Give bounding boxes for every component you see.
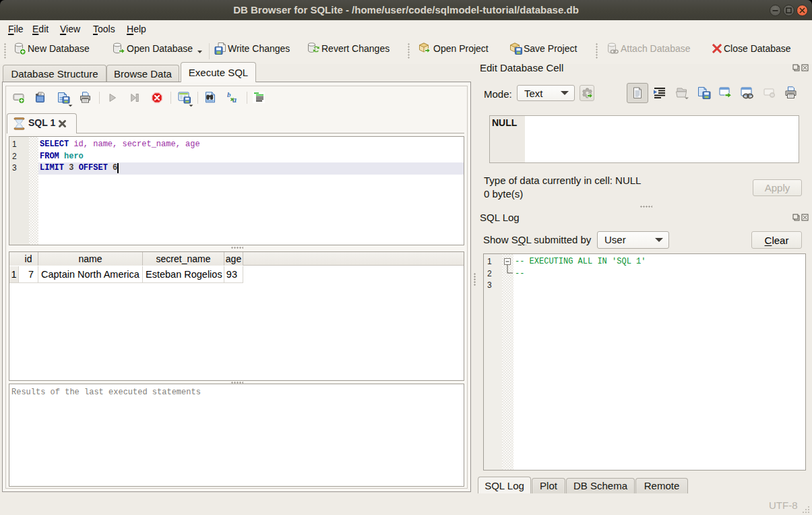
- svg-text:a: a: [232, 95, 237, 104]
- svg-text:b: b: [227, 91, 231, 98]
